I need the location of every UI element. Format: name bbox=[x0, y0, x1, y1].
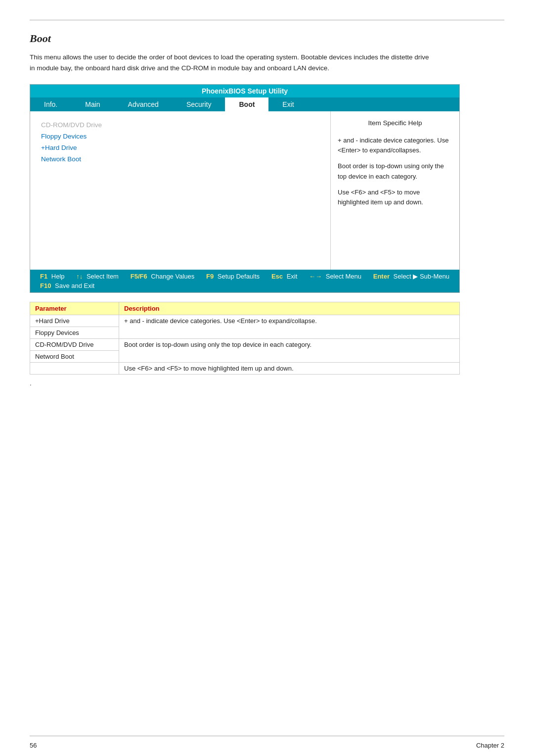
footer-page-number: 56 bbox=[30, 742, 37, 749]
status-f5f6: F5/F6 Change Values bbox=[126, 272, 200, 281]
table-row: Use <F6> and <F5> to move highlighted it… bbox=[30, 363, 460, 375]
dot-line: . bbox=[30, 379, 504, 387]
param-col-header: Parameter bbox=[30, 302, 119, 315]
bios-right-panel: Item Specific Help + and - indicate devi… bbox=[331, 111, 459, 270]
desc-cell: + and - indicate device categories. Use … bbox=[119, 315, 460, 339]
status-leftright: ←→ Select Menu bbox=[304, 272, 366, 281]
bios-menu-advanced[interactable]: Advanced bbox=[114, 97, 173, 111]
page-title: Boot bbox=[30, 32, 504, 45]
footer-chapter: Chapter 2 bbox=[476, 742, 504, 749]
status-f1: F1 Help bbox=[35, 272, 70, 281]
bios-item-floppy[interactable]: Floppy Devices bbox=[39, 132, 321, 141]
top-rule bbox=[30, 20, 504, 20]
footer-bar: 56 Chapter 2 bbox=[30, 742, 504, 749]
bios-item-network[interactable]: Network Boot bbox=[39, 154, 321, 164]
status-updown: ↑↓ Select Item bbox=[71, 272, 124, 281]
status-enter: Enter Select ▶ Sub-Menu bbox=[368, 272, 454, 281]
intro-text: This menu allows the user to decide the … bbox=[30, 52, 435, 73]
bios-menu-boot[interactable]: Boot bbox=[225, 97, 268, 111]
help-body: + and - indicate device categories. Use … bbox=[338, 136, 452, 207]
bios-item-cdrom[interactable]: CD-ROM/DVD Drive bbox=[39, 120, 321, 130]
desc-cell: Use <F6> and <F5> to move highlighted it… bbox=[119, 363, 460, 375]
help-para-1: + and - indicate device categories. Use … bbox=[338, 136, 452, 155]
help-para-3: Use <F6> and <F5> to move highlighted it… bbox=[338, 188, 452, 207]
bios-titlebar: PhoenixBIOS Setup Utility bbox=[30, 85, 459, 97]
bios-menu-exit[interactable]: Exit bbox=[268, 97, 308, 111]
param-cell: +Hard Drive bbox=[30, 315, 119, 327]
desc-col-header: Description bbox=[119, 302, 460, 315]
bios-menu-security[interactable]: Security bbox=[173, 97, 225, 111]
bios-content: CD-ROM/DVD Drive Floppy Devices +Hard Dr… bbox=[30, 111, 459, 270]
status-esc: Esc Exit bbox=[267, 272, 302, 281]
help-title: Item Specific Help bbox=[338, 118, 452, 129]
bios-left-panel: CD-ROM/DVD Drive Floppy Devices +Hard Dr… bbox=[30, 111, 331, 270]
status-f10: F10 Save and Exit bbox=[35, 281, 99, 290]
bios-box: PhoenixBIOS Setup Utility Info. Main Adv… bbox=[30, 84, 460, 293]
bios-status-bar: F1 Help ↑↓ Select Item F5/F6 Change Valu… bbox=[30, 270, 459, 292]
param-table: Parameter Description +Hard Drive + and … bbox=[30, 302, 460, 375]
help-para-2: Boot order is top-down using only the to… bbox=[338, 161, 452, 181]
table-row: CD-ROM/DVD Drive Boot order is top-down … bbox=[30, 339, 460, 351]
bios-item-harddrive[interactable]: +Hard Drive bbox=[39, 143, 321, 152]
param-cell bbox=[30, 363, 119, 375]
desc-cell: Boot order is top-down using only the to… bbox=[119, 339, 460, 363]
param-cell: Netword Boot bbox=[30, 351, 119, 363]
table-row: +Hard Drive + and - indicate device cate… bbox=[30, 315, 460, 327]
bios-menu-info[interactable]: Info. bbox=[30, 97, 71, 111]
param-cell: CD-ROM/DVD Drive bbox=[30, 339, 119, 351]
footer-rule bbox=[30, 736, 504, 736]
bios-menu-main[interactable]: Main bbox=[71, 97, 114, 111]
bios-menubar: Info. Main Advanced Security Boot Exit bbox=[30, 97, 459, 111]
status-f9: F9 Setup Defaults bbox=[201, 272, 265, 281]
param-cell: Floppy Devices bbox=[30, 327, 119, 339]
